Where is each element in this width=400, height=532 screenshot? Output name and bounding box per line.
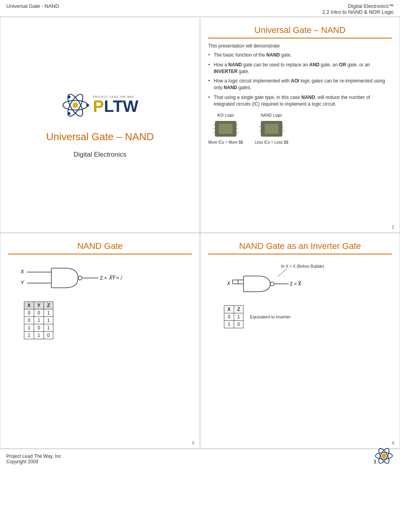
equivalent-label: Equivalent to Inverter xyxy=(250,314,291,319)
table-cell: 1 xyxy=(24,324,34,332)
slide-1: PROJECT LEAD THE WAY PLTW Universal Gate… xyxy=(0,17,200,233)
nand-group: NAND Logic Less ICs = Less $$ xyxy=(255,113,288,144)
slide1-title: Universal Gate – NAND xyxy=(46,131,154,143)
svg-text:X• X = X (Before Bubble): X• X = X (Before Bubble) xyxy=(281,264,324,269)
aoi-label: AOI Logic xyxy=(217,113,234,117)
slide2-num: 2 xyxy=(392,225,394,229)
svg-point-0 xyxy=(73,102,78,108)
nand-label: NAND Logic xyxy=(261,113,282,117)
inverter-table-area: X Z 0110 Equivalent to Inverter xyxy=(224,305,392,328)
ic-images: AOI Logic More ICs = More $$ NAND Logic xyxy=(208,113,392,144)
table-cell: 0 xyxy=(24,317,34,324)
slide2-bullets: The basic function of the NAND gate. How… xyxy=(208,52,392,108)
nand-caption: Less ICs = Less $$ xyxy=(255,140,288,144)
svg-point-46 xyxy=(382,453,386,458)
footer-pltw-icon xyxy=(374,448,394,464)
inverter-gate-svg: X• X = X (Before Bubble) X xyxy=(220,262,353,302)
footer-line1: Project Lead The Way, Inc xyxy=(6,453,61,459)
svg-point-6 xyxy=(68,112,71,115)
page-footer: Project Lead The Way, Inc Copyright 2009… xyxy=(0,449,400,468)
table-row: 101 xyxy=(24,324,53,332)
svg-rect-16 xyxy=(265,124,278,134)
svg-text:Z = X̅: Z = X̅ xyxy=(290,281,301,287)
bullet-2: How a NAND gate can be used to replace a… xyxy=(208,62,392,75)
footer-text: Project Lead The Way, Inc Copyright 2009 xyxy=(6,453,61,464)
table-cell: 1 xyxy=(44,309,53,317)
slide3-title: NAND Gate xyxy=(8,241,192,254)
table-cell: 1 xyxy=(24,332,34,339)
pltw-logo: PROJECT LEAD THE WAY PLTW xyxy=(62,91,138,119)
slides-grid: PROJECT LEAD THE WAY PLTW Universal Gate… xyxy=(0,17,400,449)
th-x: X xyxy=(24,302,34,309)
footer-line2: Copyright 2009 xyxy=(6,459,61,464)
table-cell: 0 xyxy=(44,332,53,339)
th-z: Z xyxy=(44,302,53,309)
slide4-num: 4 xyxy=(392,441,394,445)
slide-3: NAND Gate X Y xyxy=(0,233,200,449)
pltw-atom-icon xyxy=(62,91,89,119)
slide3-num: 3 xyxy=(192,441,194,445)
nand-gate-svg: X Y Z = X̅Y̅ = xyxy=(20,262,122,294)
table-row: 01 xyxy=(224,313,244,321)
header-title: Digital Electronics™ xyxy=(322,3,394,9)
slide2-intro: This presentation will demonstrate xyxy=(208,43,392,49)
svg-point-4 xyxy=(86,104,89,106)
svg-line-33 xyxy=(278,269,287,276)
svg-point-5 xyxy=(68,95,71,98)
svg-text:Z =: Z = xyxy=(100,275,107,281)
svg-point-28 xyxy=(78,276,82,280)
bullet-4: That using a single gate type, in this c… xyxy=(208,94,392,108)
page-header: Universal Gate - NAND Digital Electronic… xyxy=(0,0,400,17)
footer-page-num: 1 xyxy=(374,459,376,464)
bullet-3: How a logic circuit implemented with AOI… xyxy=(208,78,392,91)
table-cell: 1 xyxy=(44,324,53,332)
svg-point-43 xyxy=(270,282,274,286)
table-cell: 0 xyxy=(234,321,244,328)
svg-text:X: X xyxy=(227,281,231,286)
pltw-text-block: PROJECT LEAD THE WAY PLTW xyxy=(93,95,138,115)
header-left: Universal Gate - NAND xyxy=(6,3,59,15)
table-cell: 0 xyxy=(34,309,44,317)
footer-logo xyxy=(374,448,394,465)
inverter-diagram: X• X = X (Before Bubble) X xyxy=(220,262,392,302)
bullet-1: The basic function of the NAND gate. xyxy=(208,52,392,59)
table-row: 001 xyxy=(24,309,53,317)
table-row: 10 xyxy=(224,321,244,328)
table-cell: 1 xyxy=(44,317,53,324)
nand-gate-diagram: X Y Z = X̅Y̅ = xyxy=(20,262,192,294)
slide1-subtitle: Digital Electronics xyxy=(73,151,126,159)
table-cell: 1 xyxy=(34,317,44,324)
table-cell: 0 xyxy=(24,309,34,317)
table-row: 110 xyxy=(24,332,53,339)
table-cell: 1 xyxy=(234,313,244,321)
svg-text:Y: Y xyxy=(21,280,24,285)
table-row: 011 xyxy=(24,317,53,324)
inverter-truth-table: X Z 0110 xyxy=(224,305,244,328)
svg-text:X̅Y̅ = X̅ + Y̅: X̅Y̅ = X̅ + Y̅ xyxy=(109,275,122,281)
th-y: Y xyxy=(34,302,44,309)
header-right: Digital Electronics™ 2.2 Intro to NAND &… xyxy=(322,3,394,15)
nand-chip-icon xyxy=(259,119,284,139)
nand-truth-table: X Y Z 001011101110 xyxy=(24,302,192,339)
svg-rect-8 xyxy=(219,124,233,134)
aoi-group: AOI Logic More ICs = More $$ xyxy=(208,113,243,144)
slide-4: NAND Gate as an Inverter Gate X• X = X (… xyxy=(200,233,400,449)
table-cell: 0 xyxy=(34,324,44,332)
aoi-chip-icon xyxy=(213,119,238,139)
table-cell: 1 xyxy=(34,332,44,339)
slide2-title: Universal Gate – NAND xyxy=(208,25,392,38)
table-cell: 0 xyxy=(224,313,234,321)
table-cell: 1 xyxy=(224,321,234,328)
slide4-title: NAND Gate as an Inverter Gate xyxy=(208,241,392,254)
slide-2: Universal Gate – NAND This presentation … xyxy=(200,17,400,233)
svg-text:X: X xyxy=(20,269,24,274)
aoi-caption: More ICs = More $$ xyxy=(208,140,243,144)
pltw-brand: PLTW xyxy=(93,98,138,115)
header-subtitle: 2.2 Intro to NAND & NOR Logic xyxy=(322,9,394,15)
